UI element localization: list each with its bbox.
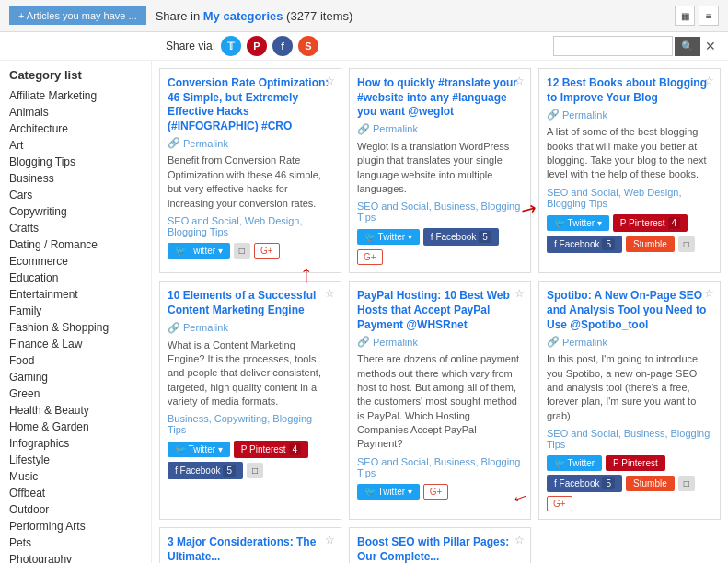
pinterest-button[interactable]: P Pinterest 4 (613, 214, 688, 232)
card-2-permalink[interactable]: 🔗 Permalink (357, 123, 523, 135)
card-4-permalink[interactable]: 🔗 Permalink (168, 322, 333, 334)
facebook-button[interactable]: f Facebook 5 (547, 475, 622, 492)
sidebar-item-dating-romance[interactable]: Dating / Romance (9, 236, 142, 253)
card-1-tags[interactable]: SEO and Social, Web Design, Blogging Tip… (168, 215, 333, 237)
card-7-title[interactable]: 3 Major Considerations: The Ultimate... (168, 535, 333, 563)
twitter-button[interactable]: 🐦 Twitter ▾ (357, 229, 420, 245)
facebook-social-icon[interactable]: f (272, 36, 293, 56)
sidebar-item-affiliate-marketing[interactable]: Affiliate Marketing (9, 87, 142, 104)
sidebar-item-offbeat[interactable]: Offbeat (9, 485, 142, 501)
grid-view-icon[interactable]: ▦ (675, 6, 695, 26)
sidebar-item-fashion-shopping[interactable]: Fashion & Shopping (9, 319, 142, 336)
sidebar-item-green[interactable]: Green (9, 385, 142, 402)
sidebar-item-architecture[interactable]: Architecture (9, 121, 142, 137)
twitter-button[interactable]: 🐦 Twitter ▾ (168, 442, 230, 457)
bookmark-icon[interactable]: ☆ (325, 287, 335, 300)
stumble-button[interactable]: Stumble (626, 476, 675, 491)
sidebar-item-copywriting[interactable]: Copywriting (9, 203, 142, 220)
bookmark-icon[interactable]: ☆ (704, 287, 714, 300)
sidebar-item-finance-law[interactable]: Finance & Law (9, 336, 142, 352)
grid-icons: ▦ ≡ (675, 6, 719, 26)
sidebar-item-performing-arts[interactable]: Performing Arts (9, 518, 142, 534)
card-3-title[interactable]: 12 Best Books about Blogging to Improve … (547, 76, 712, 105)
sidebar-item-music[interactable]: Music (9, 468, 142, 485)
my-categories-link[interactable]: My categories (203, 9, 283, 23)
sidebar-item-cars[interactable]: Cars (9, 187, 142, 203)
bookmark-icon[interactable]: ☆ (704, 75, 714, 87)
gplus-button[interactable]: G+ (254, 243, 280, 259)
pinterest-button[interactable]: P Pinterest (606, 455, 665, 471)
more-button[interactable]: □ (678, 236, 695, 252)
bookmark-icon[interactable]: ☆ (514, 534, 525, 546)
sidebar-item-crafts[interactable]: Crafts (9, 220, 142, 236)
sidebar-item-animals[interactable]: Animals (9, 104, 142, 121)
sidebar-item-family[interactable]: Family (9, 303, 142, 319)
bookmark-icon[interactable]: ☆ (325, 75, 335, 87)
articles-button[interactable]: + Articles you may have ... (9, 6, 146, 25)
twitter-button[interactable]: 🐦 Twitter ▾ (357, 484, 420, 500)
card-5-permalink[interactable]: 🔗 Permalink (357, 336, 523, 348)
more-button[interactable]: □ (234, 243, 250, 259)
twitter-button[interactable]: 🐦 Twitter ▾ (547, 215, 609, 231)
more-button[interactable]: □ (247, 463, 263, 478)
sidebar-item-ecommerce[interactable]: Ecommerce (9, 253, 142, 270)
sidebar-item-health-beauty[interactable]: Health & Beauty (9, 402, 142, 419)
category-list-heading: Category list (9, 68, 142, 82)
sidebar-item-education[interactable]: Education (9, 270, 142, 286)
card-5-title[interactable]: PayPal Hosting: 10 Best Web Hosts that A… (357, 289, 523, 332)
sidebar-item-business[interactable]: Business (9, 170, 142, 187)
sidebar-item-art[interactable]: Art (9, 137, 142, 154)
sidebar-item-home-garden[interactable]: Home & Garden (9, 419, 142, 435)
clear-search-button[interactable]: ✕ (702, 39, 719, 53)
facebook-button[interactable]: f Facebook 5 (168, 462, 243, 479)
card-2-tags[interactable]: SEO and Social, Business, Blogging Tips (357, 201, 523, 223)
gplus-button[interactable]: G+ (547, 496, 572, 511)
card-3-tags[interactable]: SEO and Social, Web Design, Blogging Tip… (547, 187, 712, 209)
twitter-button[interactable]: 🐦 Twitter (547, 455, 602, 471)
gplus-button[interactable]: G+ (357, 249, 383, 265)
sidebar-item-gaming[interactable]: Gaming (9, 369, 142, 385)
facebook-button[interactable]: f Facebook 5 (423, 228, 499, 246)
card-1-permalink[interactable]: 🔗 Permalink (168, 137, 333, 149)
card-6-title[interactable]: Spotibo: A New On-Page SEO and Analysis … (547, 289, 712, 332)
search-input[interactable] (553, 36, 673, 56)
card-1-title[interactable]: Conversion Rate Optimization: 46 Simple,… (168, 76, 333, 133)
stumbleupon-social-icon[interactable]: S (298, 36, 318, 56)
link-icon: 🔗 (357, 123, 370, 135)
facebook-button[interactable]: f Facebook 5 (547, 236, 622, 253)
twitter-button[interactable]: 🐦 Twitter ▾ (168, 243, 230, 259)
sidebar-item-entertainment[interactable]: Entertainment (9, 286, 142, 303)
card-4-title[interactable]: 10 Elements of a Successful Content Mark… (168, 289, 333, 317)
card-4-tags[interactable]: Business, Copywriting, Blogging Tips (168, 413, 333, 435)
list-view-icon[interactable]: ≡ (699, 6, 719, 26)
sidebar-item-lifestyle[interactable]: Lifestyle (9, 452, 142, 468)
sidebar-item-blogging-tips[interactable]: Blogging Tips (9, 154, 142, 170)
sidebar-item-food[interactable]: Food (9, 352, 142, 369)
card-6-permalink[interactable]: 🔗 Permalink (547, 336, 712, 348)
link-icon: 🔗 (168, 137, 180, 149)
card-2-title[interactable]: How to quickly #translate your #website … (357, 76, 523, 120)
card-8-title[interactable]: Boost SEO with Pillar Pages: Our Complet… (357, 535, 523, 563)
bookmark-icon[interactable]: ☆ (325, 534, 335, 546)
bookmark-icon[interactable]: ☆ (514, 75, 525, 87)
stumble-button[interactable]: Stumble (626, 236, 675, 252)
sidebar-item-infographics[interactable]: Infographics (9, 435, 142, 452)
sidebar-item-photography[interactable]: Photography (9, 551, 142, 563)
card-1: ☆ Conversion Rate Optimization: 46 Simpl… (159, 68, 341, 273)
search-button[interactable]: 🔍 (675, 37, 700, 56)
sidebar-item-pets[interactable]: Pets (9, 534, 142, 551)
card-6-tags[interactable]: SEO and Social, Business, Blogging Tips (547, 428, 712, 450)
card-3: ☆ 12 Best Books about Blogging to Improv… (538, 68, 721, 273)
share-via-label: Share via: (166, 40, 215, 52)
bookmark-icon[interactable]: ☆ (514, 287, 525, 300)
pinterest-button[interactable]: P Pinterest 4 (234, 441, 308, 458)
search-box: 🔍 ✕ (553, 36, 719, 56)
more-button[interactable]: □ (678, 476, 695, 491)
twitter-social-icon[interactable]: 𝕋 (221, 36, 241, 56)
gplus-button[interactable]: G+ (423, 484, 449, 500)
sidebar-item-outdoor[interactable]: Outdoor (9, 501, 142, 518)
card-4-desc: What is a Content Marketing Engine? It i… (168, 339, 333, 409)
card-3-permalink[interactable]: 🔗 Permalink (547, 109, 712, 121)
card-5-tags[interactable]: SEO and Social, Business, Blogging Tips (357, 456, 523, 478)
pinterest-social-icon[interactable]: P (247, 36, 267, 56)
